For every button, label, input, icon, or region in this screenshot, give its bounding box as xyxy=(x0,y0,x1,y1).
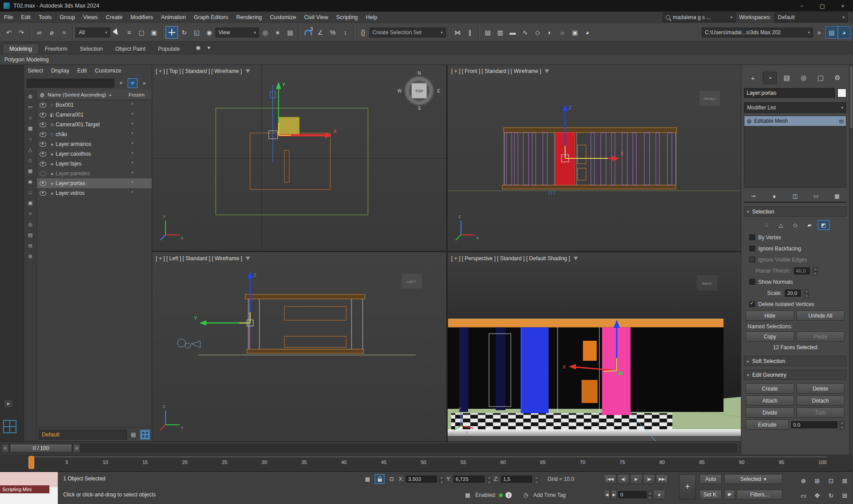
modifier-list-dropdown[interactable]: Modifier List ▾ xyxy=(744,102,846,113)
key-filters-button[interactable]: Filters... xyxy=(737,490,782,500)
delete-button[interactable]: Delete xyxy=(796,383,845,394)
set-keys-button[interactable]: + xyxy=(679,474,696,500)
menu-create[interactable]: Create xyxy=(102,12,127,23)
render-production-icon[interactable]: ◕ xyxy=(581,26,594,39)
menu-tools[interactable]: Tools xyxy=(35,12,56,23)
viewport-label-left[interactable]: [ + ] [ Left ] [ Standard ] [ Wireframe … xyxy=(156,255,242,262)
auto-key-button[interactable]: Auto xyxy=(699,474,722,484)
selection-lock-icon[interactable] xyxy=(375,474,384,484)
list-item-camera001-target[interactable]: ⊙ Camera001.Target * xyxy=(37,120,152,129)
viewport-front[interactable]: [ + ] [ Front ] [ Standard ] [ Wireframe… xyxy=(448,65,741,251)
pan-icon[interactable]: ✥ xyxy=(810,488,824,503)
viewport-label-top[interactable]: [ + ] [ Top ] [ Standard ] [ Wireframe ] xyxy=(156,68,242,74)
frozen-toggle-icon[interactable]: * xyxy=(129,131,152,137)
select-and-rotate-icon[interactable]: ↻ xyxy=(178,26,190,39)
spinner-icon[interactable]: ▴▾ xyxy=(840,421,845,428)
remove-modifier-icon[interactable]: ▭ xyxy=(811,191,821,201)
selection-filter-dropdown[interactable]: All ▾ xyxy=(76,28,110,37)
menu-views[interactable]: Views xyxy=(79,12,102,23)
key-next-icon[interactable]: ▶ xyxy=(611,490,617,500)
show-end-result-icon[interactable]: ∎ xyxy=(769,191,779,201)
spinner-snap-icon[interactable]: ↕ xyxy=(339,26,352,39)
render-setup-icon[interactable]: ☼ xyxy=(556,26,569,39)
explorer-menu-customize[interactable]: Customize xyxy=(91,68,125,74)
material-editor-icon[interactable]: ◐ xyxy=(544,26,556,39)
orbit-icon[interactable]: ↻ xyxy=(824,488,838,503)
copy-button[interactable]: Copy xyxy=(746,331,794,342)
next-frame-button[interactable]: > xyxy=(73,444,80,452)
add-time-tag[interactable]: Add Time Tag xyxy=(533,492,566,498)
make-unique-icon[interactable]: ◫ xyxy=(790,191,800,201)
viewport-top-canvas[interactable]: Y X Y X TOP xyxy=(152,65,446,251)
list-item-layer-vidros[interactable]: ● Layer:vidros * xyxy=(37,188,152,198)
pin-stack-icon[interactable]: ⊸ xyxy=(748,191,758,201)
select-and-link-icon[interactable]: ∞ xyxy=(33,26,45,39)
time-slider-handle[interactable]: 0 / 100 xyxy=(10,444,72,452)
unhide-all-button[interactable]: Unhide All xyxy=(796,310,845,321)
render-teapot-icon[interactable]: ◕ xyxy=(838,26,850,39)
menu-modifiers[interactable]: Modifiers xyxy=(126,12,157,23)
spinner-icon[interactable]: ▴▾ xyxy=(647,491,652,499)
motion-panel-icon[interactable]: ◎ xyxy=(796,72,811,84)
normals-scale-field[interactable]: 20,0 xyxy=(785,290,801,297)
ribbon-toggle-icon[interactable]: ▬ xyxy=(506,26,519,39)
current-frame-field[interactable]: 0 xyxy=(618,491,647,498)
viewport-filter-icon[interactable] xyxy=(246,257,250,262)
ribbon-minimize-icon[interactable]: ▾ xyxy=(204,43,214,52)
detach-button[interactable]: Detach xyxy=(796,395,845,406)
delete-isolated-vertices-checkbox[interactable]: Delete Isolated Vertices xyxy=(744,298,846,310)
element-subobject-icon[interactable]: ◩ xyxy=(818,220,829,230)
align-icon[interactable]: ∥ xyxy=(464,26,476,39)
layer-stack-icon[interactable]: ▤ xyxy=(129,430,138,439)
mini-script-listener[interactable]: Scripting Mini xyxy=(0,472,58,504)
render-monitor-icon[interactable]: ▤ xyxy=(825,26,838,39)
frozen-toggle-icon[interactable]: * xyxy=(129,141,152,147)
visibility-eye-icon[interactable] xyxy=(40,132,46,137)
maximize-button[interactable]: ▢ xyxy=(812,0,833,12)
y-coordinate-field[interactable]: 6,725 xyxy=(453,476,485,483)
rectangular-selection-region-icon[interactable]: ▢ xyxy=(135,26,148,39)
soft-selection-rollout-header[interactable]: ▸ Soft Selection xyxy=(744,356,846,366)
visibility-eye-icon[interactable] xyxy=(40,171,46,176)
redo-icon[interactable]: ↷ xyxy=(15,26,28,39)
set-key-button[interactable]: Set K. xyxy=(699,490,722,500)
visibility-eye-icon[interactable] xyxy=(40,122,46,127)
workspace-dropdown[interactable]: Default ▾ xyxy=(775,12,848,22)
hierarchy-panel-icon[interactable]: ▤ xyxy=(780,72,794,84)
layer-explorer-toggle-icon[interactable]: ▥ xyxy=(494,26,506,39)
display-shapes-icon[interactable]: ○ xyxy=(25,133,36,144)
divide-button[interactable]: Divide xyxy=(746,407,794,418)
ignore-backfacing-checkbox[interactable]: Ignore Backfacing xyxy=(744,243,846,254)
unlink-selection-icon[interactable]: ⌀ xyxy=(45,26,58,39)
previous-frame-button[interactable]: < xyxy=(2,444,9,452)
viewport-perspective[interactable]: X Z X Y BACK [ + xyxy=(448,252,741,441)
playhead-marker[interactable] xyxy=(28,456,34,469)
frozen-toggle-icon[interactable]: * xyxy=(129,112,152,118)
isolate-selection-icon[interactable]: ▦ xyxy=(363,474,372,484)
view-cube[interactable]: BACK xyxy=(697,275,717,290)
menu-scripting[interactable]: Scripting xyxy=(332,12,362,23)
list-item-box001[interactable]: □ Box001 * xyxy=(37,100,152,110)
key-previous-icon[interactable]: ◀ xyxy=(604,490,610,500)
visibility-eye-icon[interactable] xyxy=(40,103,46,108)
object-name-field[interactable]: Layer:portas xyxy=(744,88,835,98)
display-lights-icon[interactable]: △ xyxy=(25,144,36,155)
go-to-end-button[interactable]: ▶▶| xyxy=(656,474,668,484)
zoom-extents-all-icon[interactable]: ⊠ xyxy=(838,473,852,488)
display-xrefs-icon[interactable]: □ xyxy=(25,187,36,198)
list-item-layer-lajes[interactable]: ● Layer:lajes * xyxy=(37,159,152,169)
collapse-all-icon[interactable]: ⊟ xyxy=(25,240,36,251)
close-button[interactable]: × xyxy=(833,0,853,12)
frozen-toggle-icon[interactable]: * xyxy=(129,121,152,128)
angle-snap-icon[interactable]: ∠ xyxy=(314,26,327,39)
display-spacewarps-icon[interactable]: ▦ xyxy=(25,165,36,176)
menu-customize[interactable]: Customize xyxy=(266,12,300,23)
display-groups-icon[interactable]: ◉ xyxy=(25,176,36,187)
list-item-layer-armarios[interactable]: ● Layer:armários * xyxy=(37,139,152,149)
menu-animation[interactable]: Animation xyxy=(157,12,190,23)
zoom-extents-icon[interactable]: ⊡ xyxy=(824,473,838,488)
explorer-grid-icon[interactable] xyxy=(140,430,150,439)
list-item-layer-portas[interactable]: ● Layer:portas * xyxy=(37,178,152,188)
sort-ascending-icon[interactable]: ▲ xyxy=(109,93,112,97)
extrude-amount-field[interactable]: 0.0 xyxy=(791,421,838,428)
